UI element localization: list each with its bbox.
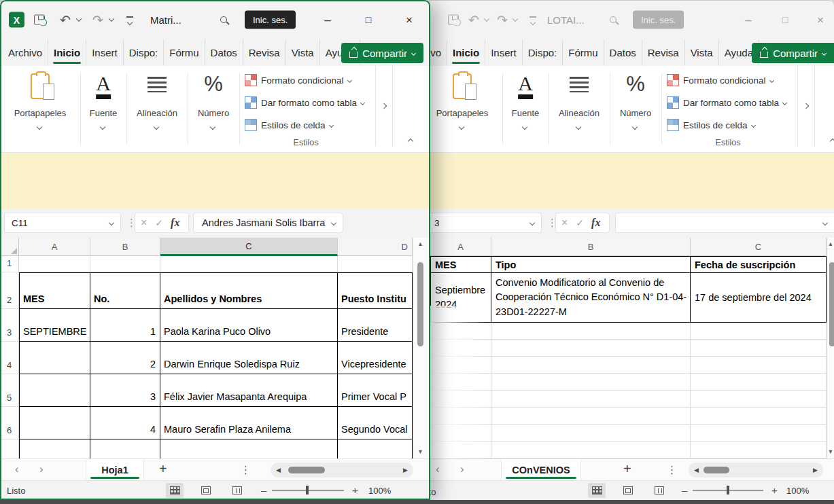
- save-icon[interactable]: [448, 15, 459, 25]
- search-icon[interactable]: [610, 16, 616, 23]
- formula-input[interactable]: Andres Jasmani Solis Ibarra: [193, 213, 343, 233]
- vscroll-up-icon[interactable]: ▲: [827, 241, 834, 247]
- ribbon-expand-button[interactable]: [375, 66, 393, 146]
- minimize-button[interactable]: –: [317, 14, 338, 26]
- cell-tipo-header[interactable]: Tipo: [491, 256, 691, 273]
- group-alineacion[interactable]: Alineación: [549, 66, 610, 153]
- redo-icon[interactable]: ↷: [497, 14, 508, 26]
- hscroll-thumb[interactable]: [703, 467, 729, 473]
- cell-a2[interactable]: MES: [19, 272, 90, 309]
- enter-icon[interactable]: ✓: [155, 217, 163, 228]
- chevron-down-icon[interactable]: [210, 124, 215, 130]
- cell-b5[interactable]: 3: [90, 374, 160, 407]
- format-as-table-button[interactable]: Dar formato como tabla: [667, 92, 790, 113]
- column-header-d[interactable]: D: [338, 238, 413, 256]
- close-button[interactable]: ×: [810, 14, 831, 26]
- redo-icon[interactable]: ↷: [92, 14, 103, 26]
- cell-c7[interactable]: [160, 439, 338, 458]
- close-button[interactable]: ×: [398, 14, 420, 26]
- cancel-icon[interactable]: ×: [141, 217, 147, 229]
- sheet-options-icon[interactable]: ⋮: [667, 464, 677, 476]
- tab-archivo[interactable]: Archivo: [430, 39, 447, 66]
- formula-chevron-icon[interactable]: [822, 220, 828, 226]
- maximize-button[interactable]: □: [358, 15, 379, 24]
- tab-inicio[interactable]: Inicio: [447, 39, 485, 66]
- cell-fecha-value[interactable]: 17 de septiembre del 2024: [691, 273, 827, 323]
- row-header-1[interactable]: 1: [0, 256, 19, 272]
- vertical-scrollbar[interactable]: ▲ ▼: [413, 238, 428, 458]
- minimize-button[interactable]: –: [737, 14, 759, 26]
- cell-d6[interactable]: Segundo Vocal: [338, 407, 413, 439]
- row-header-6[interactable]: 6: [0, 407, 19, 439]
- zoom-in-button[interactable]: +: [771, 485, 778, 495]
- cell-a1[interactable]: [19, 256, 90, 272]
- sheet-prev-icon[interactable]: ‹: [436, 463, 440, 476]
- cell-a5[interactable]: [19, 374, 90, 407]
- tab-inicio[interactable]: Inicio: [48, 39, 86, 66]
- hscroll-left-icon[interactable]: ◀: [694, 467, 699, 473]
- tab-insertar[interactable]: Insert: [485, 39, 523, 66]
- hscroll-left-icon[interactable]: ◀: [276, 467, 281, 473]
- sheet-next-icon[interactable]: ›: [460, 463, 464, 476]
- cell-b6[interactable]: 4: [90, 407, 160, 439]
- group-portapapeles[interactable]: Portapapeles: [0, 66, 80, 153]
- horizontal-scrollbar[interactable]: ◀ ▶: [689, 463, 823, 478]
- vscroll-thumb[interactable]: [417, 262, 423, 346]
- sheet-prev-icon[interactable]: ‹: [15, 463, 19, 476]
- cell-b7[interactable]: [90, 439, 160, 458]
- column-header-c[interactable]: C: [160, 238, 338, 256]
- ribbon-collapse-button[interactable]: [826, 135, 834, 147]
- cell-a6[interactable]: [19, 407, 90, 439]
- row-header-7[interactable]: [0, 439, 19, 458]
- group-numero[interactable]: % Número: [610, 66, 661, 153]
- ribbon-expand-button[interactable]: [797, 66, 815, 146]
- cell-a3[interactable]: SEPTIEMBRE: [19, 309, 90, 342]
- chevron-down-icon[interactable]: [100, 124, 105, 130]
- row-header-5[interactable]: 5: [0, 374, 19, 407]
- zoom-in-button[interactable]: +: [352, 485, 358, 495]
- vscroll-down-icon[interactable]: ▼: [413, 449, 428, 455]
- ribbon-collapse-button[interactable]: [404, 135, 417, 147]
- formula-chevron-icon[interactable]: [331, 220, 336, 226]
- sheet-tab-hoja1[interactable]: Hoja1: [86, 459, 144, 480]
- signin-titlebar-button[interactable]: Inic. ses.: [633, 11, 684, 29]
- normal-view-button[interactable]: [588, 483, 606, 498]
- column-header-b[interactable]: B: [491, 238, 691, 256]
- tab-revisar[interactable]: Revisa: [243, 39, 286, 66]
- add-sheet-button[interactable]: +: [623, 461, 631, 477]
- sheet-tab-convenios[interactable]: COnVENIOS: [501, 459, 581, 480]
- share-button[interactable]: Compartir: [752, 43, 834, 63]
- undo-chevron-icon[interactable]: [484, 16, 489, 22]
- tab-formulas[interactable]: Fórmu: [164, 39, 205, 66]
- cell-c5[interactable]: Félix Javier Masapanta Arequipa: [160, 374, 338, 407]
- cell-b4[interactable]: 2: [90, 342, 160, 374]
- page-break-view-button[interactable]: [650, 483, 668, 498]
- column-header-c[interactable]: C: [691, 238, 827, 256]
- row-header-3[interactable]: 3: [0, 309, 19, 342]
- column-header-a[interactable]: A: [19, 238, 90, 256]
- chevron-down-icon[interactable]: [576, 124, 581, 130]
- enter-icon[interactable]: ✓: [576, 217, 584, 228]
- page-break-view-button[interactable]: [228, 483, 246, 498]
- name-box[interactable]: 3: [430, 213, 542, 233]
- name-box-chevron-icon[interactable]: [109, 220, 114, 226]
- zoom-out-button[interactable]: –: [261, 485, 266, 495]
- cell-b3[interactable]: 1: [90, 309, 160, 342]
- column-header-b[interactable]: B: [90, 238, 160, 256]
- hscroll-thumb[interactable]: [288, 467, 325, 473]
- group-numero[interactable]: % Número: [188, 66, 239, 153]
- redo-chevron-icon[interactable]: [512, 16, 518, 22]
- chevron-down-icon[interactable]: [522, 124, 527, 130]
- quick-access-toolbar-icon[interactable]: [529, 16, 536, 23]
- signin-titlebar-button[interactable]: Inic. ses.: [245, 11, 296, 29]
- cell-mes-value[interactable]: Septiembre 2024: [430, 273, 491, 323]
- cell-d5[interactable]: Primer Vocal P: [338, 374, 413, 407]
- vertical-scrollbar[interactable]: ▲ ▼: [827, 238, 834, 458]
- cell-b1[interactable]: [90, 256, 160, 272]
- sheet-next-icon[interactable]: ›: [39, 463, 44, 476]
- insert-function-icon[interactable]: fx: [171, 217, 179, 229]
- normal-view-button[interactable]: [166, 483, 184, 498]
- group-fuente[interactable]: A Fuente: [502, 66, 549, 153]
- maximize-button[interactable]: □: [774, 15, 796, 24]
- cell-c3[interactable]: Paola Karina Puco Olivo: [160, 309, 338, 342]
